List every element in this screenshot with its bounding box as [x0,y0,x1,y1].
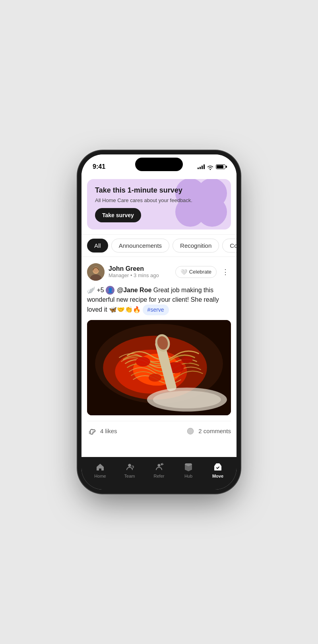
post-prefix: 🪽 +5 [87,287,106,293]
nav-item-hub[interactable]: Hub [174,462,203,478]
survey-subtitle: All Home Care cares about your feedback. [95,197,223,203]
svg-line-25 [161,463,163,464]
meta-separator: • [130,272,134,278]
tab-competition[interactable]: Compet [222,239,237,253]
celebrate-button[interactable]: 🤍 Celebrate [175,266,217,278]
svg-rect-18 [89,431,91,434]
survey-text: Take this 1-minute survey All Home Care … [95,186,223,222]
filter-tabs: All Announcements Recognition Compet [81,234,237,256]
move-icon [213,462,223,472]
svg-point-11 [149,374,161,382]
status-bar: 9:41 [81,154,237,174]
comment-icon [185,426,196,436]
tab-announcements[interactable]: Announcements [111,239,169,253]
svg-point-9 [136,357,150,366]
survey-banner[interactable]: Take this 1-minute survey All Home Care … [87,179,231,229]
signal-icon [198,164,205,169]
more-options-button[interactable]: ⋮ [220,266,231,278]
survey-title: Take this 1-minute survey [95,186,223,195]
author-name: John Green [109,265,159,272]
nav-label-team: Team [124,474,135,478]
post-image [87,320,231,415]
author-meta: Manager • 3 mins ago [109,272,159,278]
tab-recognition[interactable]: Recognition [173,239,219,253]
comments-count: 2 comments [198,428,231,434]
svg-point-17 [153,391,221,408]
tab-all[interactable]: All [87,239,108,253]
post-item: John Green Manager • 3 mins ago 🤍 Celebr… [81,257,237,444]
post-mention: @Jane Roe [117,287,152,293]
take-survey-button[interactable]: Take survey [95,208,141,222]
hub-icon [183,462,194,472]
refer-icon [154,462,164,472]
phone-shell: 9:41 Take this 1-minute survey [81,154,237,490]
post-tag[interactable]: #serve [143,305,169,315]
wifi-icon [207,164,213,169]
svg-point-22 [128,464,131,467]
post-header: John Green Manager • 3 mins ago 🤍 Celebr… [87,263,231,281]
like-icon [87,426,97,436]
nav-label-hub: Hub [184,474,192,478]
nav-label-move: Move [212,474,223,478]
bottom-nav: Home Team [81,457,237,490]
nav-label-refer: Refer [154,474,165,478]
team-icon [124,462,135,472]
post-time: 3 mins ago [134,272,159,278]
svg-point-12 [181,356,192,363]
post-actions: 🤍 Celebrate ⋮ [175,266,231,278]
post-avatar-small: 👤 [106,286,114,295]
like-section[interactable]: 4 likes [87,426,117,436]
likes-count: 4 likes [100,428,117,434]
status-icons [198,164,225,169]
status-time: 9:41 [93,163,105,170]
home-icon [95,462,105,472]
post-author: John Green Manager • 3 mins ago [87,263,159,281]
comment-section[interactable]: 2 comments [185,426,231,436]
dynamic-island [135,158,183,171]
nav-item-refer[interactable]: Refer [144,462,174,478]
heart-icon: 🤍 [180,269,187,275]
avatar [87,263,105,281]
nav-label-home: Home [94,474,106,478]
battery-icon [216,164,225,169]
nav-item-home[interactable]: Home [85,462,115,478]
celebrate-label: Celebrate [189,269,211,275]
svg-point-20 [188,428,194,434]
nav-item-team[interactable]: Team [115,462,144,478]
post-body: 🪽 +5 👤 @Jane Roe Great job making this w… [87,285,231,315]
svg-line-26 [163,464,163,465]
interaction-bar: 4 likes 2 comments [87,421,231,438]
svg-point-23 [158,464,161,467]
author-role: Manager [109,272,129,278]
content-area[interactable]: Take this 1-minute survey All Home Care … [81,174,237,457]
author-info: John Green Manager • 3 mins ago [109,265,159,278]
pasta-visual [87,320,231,415]
nav-item-move[interactable]: Move [203,462,233,478]
